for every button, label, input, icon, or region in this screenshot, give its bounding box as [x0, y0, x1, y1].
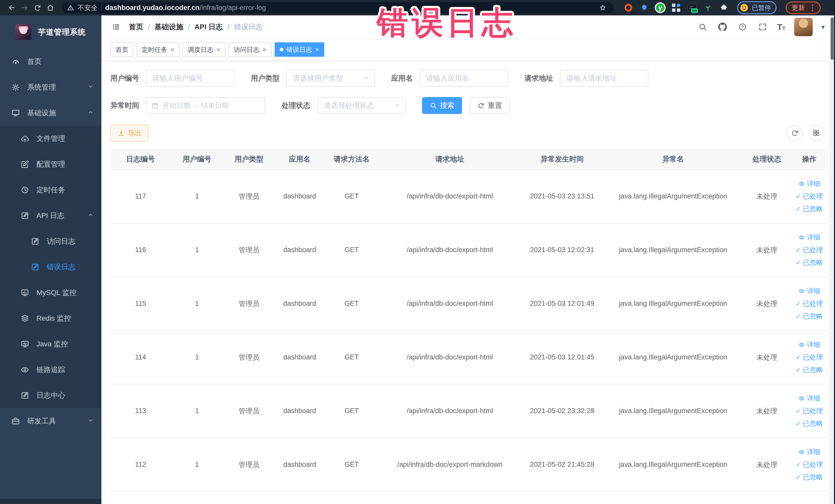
browser-reload-icon[interactable] [32, 3, 43, 13]
browser-home-icon[interactable] [45, 3, 56, 13]
sidebar-item-label: 配置管理 [37, 159, 65, 169]
action-mark-ignored[interactable]: ✓ 已忽略 [795, 473, 823, 482]
tab-close-icon[interactable]: × [217, 46, 220, 53]
bookmark-star-icon[interactable] [597, 3, 608, 13]
extension-shield-icon[interactable] [640, 3, 649, 12]
font-size-icon[interactable]: TT [777, 23, 786, 31]
sidebar-item-access-log[interactable]: 访问日志 [0, 228, 101, 254]
action-detail[interactable]: 详细 [798, 394, 820, 403]
browser-toolbar: 不安全 dashboard.yudao.iocoder.cn/infra/log… [0, 0, 835, 15]
sidebar-item-redis-monitor[interactable]: Redis 监控 [0, 305, 101, 331]
app-name-input[interactable] [420, 70, 508, 87]
browser-back-icon[interactable] [7, 3, 17, 13]
exception-time-range-picker[interactable]: 开始日期 - 结束日期 [146, 97, 265, 114]
refresh-table-button[interactable] [787, 125, 803, 141]
user-id-label: 用户编号 [110, 74, 139, 83]
user-avatar[interactable] [794, 18, 813, 36]
action-detail[interactable]: 详细 [798, 233, 820, 242]
action-mark-ignored[interactable]: ✓ 已忽略 [795, 312, 823, 321]
address-bar[interactable]: 不安全 dashboard.yudao.iocoder.cn/infra/log… [62, 2, 613, 13]
sidebar-item-infrastructure[interactable]: 基础设施 [0, 100, 101, 126]
action-mark-processed[interactable]: ✓ 已处理 [795, 192, 823, 201]
search-icon[interactable] [697, 21, 708, 33]
sidebar-item-dev-tools[interactable]: 研发工具 [0, 408, 101, 434]
tab-close-icon[interactable]: × [262, 46, 266, 53]
cell-user-id: 1 [171, 438, 223, 491]
breadcrumb-infrastructure[interactable]: 基础设施 [155, 22, 183, 32]
browser-forward-icon[interactable] [20, 3, 30, 13]
sidebar-item-system-management[interactable]: 系统管理 [0, 75, 101, 100]
github-icon[interactable] [717, 21, 728, 33]
action-mark-processed[interactable]: ✓ 已处理 [795, 460, 823, 469]
action-detail[interactable]: 详细 [798, 179, 820, 188]
action-mark-ignored[interactable]: ✓ 已忽略 [795, 419, 823, 428]
reset-button[interactable]: 重置 [470, 97, 510, 114]
refresh-icon [791, 129, 798, 137]
page-url[interactable]: dashboard.yudao.iocoder.cn/infra/log/api… [105, 4, 266, 12]
scrollbar[interactable] [830, 15, 834, 504]
extension-y-icon[interactable]: y [656, 3, 665, 12]
not-secure-label[interactable]: 不安全 [78, 3, 98, 12]
sidebar-item-api-logs[interactable]: API 日志 [0, 203, 101, 228]
tab-close-icon[interactable]: × [170, 46, 174, 53]
sidebar-item-config-management[interactable]: 配置管理 [0, 152, 101, 177]
extension-switch-icon[interactable]: on [687, 3, 697, 12]
browser-menu-kebab-icon[interactable]: ⋮ [809, 4, 816, 12]
col-user-type: 用户类型 [223, 149, 274, 169]
tab-scheduled-tasks[interactable]: 定时任务 × [137, 42, 179, 57]
action-mark-ignored[interactable]: ✓ 已忽略 [795, 204, 823, 213]
sidebar-item-label: 研发工具 [27, 416, 56, 426]
action-mark-processed[interactable]: ✓ 已处理 [795, 353, 823, 362]
tab-access-log[interactable]: 访问日志 × [228, 42, 271, 57]
scrollbar-thumb[interactable] [831, 18, 834, 60]
action-mark-ignored[interactable]: ✓ 已忽略 [795, 258, 823, 267]
sidebar-item-java-monitor[interactable]: Java 监控 [0, 331, 101, 357]
not-secure-warning-icon[interactable] [67, 4, 74, 11]
check-icon: ✓ [795, 407, 801, 415]
hamburger-menu-icon[interactable] [110, 21, 122, 33]
extensions-puzzle-icon[interactable] [719, 3, 729, 12]
export-button[interactable]: 导出 [110, 124, 148, 142]
process-status-select[interactable] [317, 97, 406, 114]
user-type-select[interactable] [286, 70, 375, 87]
sidebar-item-file-management[interactable]: 文件管理 [0, 126, 101, 152]
sidebar-item-scheduled-tasks[interactable]: 定时任务 [0, 177, 101, 203]
sidebar-item-log-center[interactable]: 日志中心 [0, 383, 101, 408]
extension-leaf-icon[interactable] [703, 3, 713, 12]
sidebar-item-home[interactable]: 首页 [0, 49, 101, 75]
check-icon: ✓ [795, 300, 801, 307]
browser-update-button[interactable]: 更新 ⋮ [786, 2, 821, 14]
fullscreen-icon[interactable] [757, 21, 768, 33]
tab-close-icon[interactable]: × [315, 46, 319, 53]
breadcrumb-home[interactable]: 首页 [129, 22, 143, 32]
avatar-caret-icon[interactable]: ▾ [821, 23, 825, 31]
action-mark-ignored[interactable]: ✓ 已忽略 [795, 365, 823, 374]
tab-schedule-log[interactable]: 调度日志 × [183, 42, 225, 57]
sidebar-item-error-log[interactable]: 错误日志 [0, 254, 101, 280]
browser-profile-chip[interactable]: 已暂停 [737, 1, 776, 14]
sidebar-item-trace[interactable]: 链路追踪 [0, 357, 101, 383]
action-mark-processed[interactable]: ✓ 已处理 [795, 299, 823, 308]
cell-app-name: dashboard [274, 330, 325, 384]
action-mark-processed[interactable]: ✓ 已处理 [795, 245, 823, 255]
user-id-input[interactable] [146, 70, 235, 87]
help-icon[interactable]: ? [737, 21, 748, 33]
breadcrumb-api-logs[interactable]: API 日志 [195, 22, 223, 32]
sidebar-item-mysql-monitor[interactable]: MySQL 监控 [0, 280, 101, 305]
action-detail[interactable]: 详细 [798, 286, 820, 296]
request-url-input[interactable] [560, 70, 648, 87]
sidebar-submenu-infrastructure: 文件管理 配置管理 定时任务 API 日志 访问日志 [0, 126, 101, 408]
tab-error-log[interactable]: 错误日志 × [274, 42, 324, 57]
app-logo-row[interactable]: 芋道管理系统 [0, 15, 101, 49]
column-settings-button[interactable] [808, 125, 824, 141]
action-detail[interactable]: 详细 [798, 447, 820, 457]
search-button[interactable]: 搜索 [422, 97, 462, 114]
action-ignored-label: 已忽略 [803, 258, 823, 267]
extension-grid-icon[interactable] [672, 3, 681, 12]
tab-label: 定时任务 [142, 45, 167, 54]
action-mark-processed[interactable]: ✓ 已处理 [795, 406, 823, 416]
tab-home[interactable]: 首页 [110, 42, 134, 57]
action-detail[interactable]: 详细 [798, 340, 820, 349]
cell-exception-time: 2021-05-03 12:02:31 [521, 223, 603, 277]
extension-orange-icon[interactable] [624, 3, 633, 12]
